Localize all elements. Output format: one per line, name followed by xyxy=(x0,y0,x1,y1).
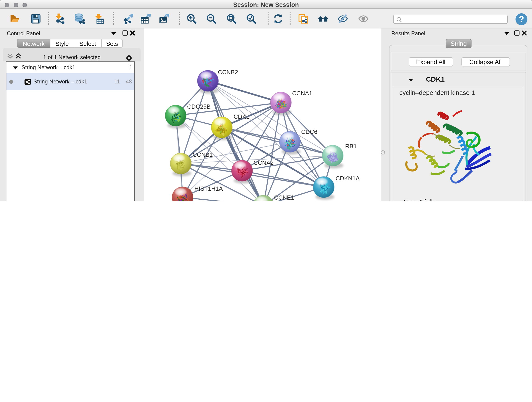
svg-text:RB1: RB1 xyxy=(345,143,357,150)
svg-text:CDK1: CDK1 xyxy=(234,113,249,120)
svg-text:CDC25B: CDC25B xyxy=(187,103,211,110)
svg-text:CCNB2: CCNB2 xyxy=(218,69,238,76)
svg-text:CCNE1: CCNE1 xyxy=(274,194,294,201)
svg-text:CCNA2: CCNA2 xyxy=(253,159,273,166)
svg-text:HIST1H1A: HIST1H1A xyxy=(194,185,223,192)
svg-text:CCNB1: CCNB1 xyxy=(193,151,213,158)
svg-text:CDC6: CDC6 xyxy=(301,128,317,135)
svg-text:CCNA1: CCNA1 xyxy=(292,90,312,97)
svg-text:?: ? xyxy=(519,14,524,24)
svg-text:CDKN1A: CDKN1A xyxy=(336,175,360,182)
